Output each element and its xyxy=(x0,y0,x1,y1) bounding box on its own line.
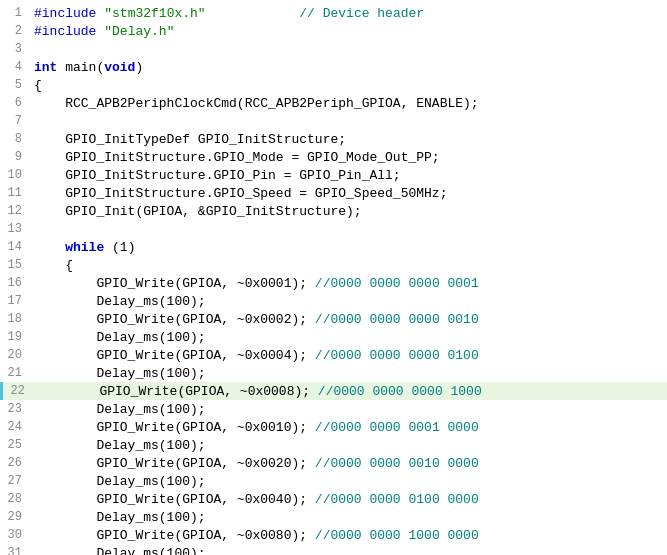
line-num-2: 2 xyxy=(0,24,30,38)
code-line-23: 23 Delay_ms(100); xyxy=(0,400,667,418)
line-num-21: 21 xyxy=(0,366,30,380)
line-content-8: GPIO_InitTypeDef GPIO_InitStructure; xyxy=(30,132,346,147)
code-line-15: 15 { xyxy=(0,256,667,274)
line-num-18: 18 xyxy=(0,312,30,326)
line-num-19: 19 xyxy=(0,330,30,344)
line-num-11: 11 xyxy=(0,186,30,200)
code-line-11: 11 GPIO_InitStructure.GPIO_Speed = GPIO_… xyxy=(0,184,667,202)
code-line-25: 25 Delay_ms(100); xyxy=(0,436,667,454)
code-line-27: 27 Delay_ms(100); xyxy=(0,472,667,490)
code-line-16: 16 GPIO_Write(GPIOA, ~0x0001); //0000 00… xyxy=(0,274,667,292)
code-line-19: 19 Delay_ms(100); xyxy=(0,328,667,346)
line-num-5: 5 xyxy=(0,78,30,92)
code-line-12: 12 GPIO_Init(GPIOA, &GPIO_InitStructure)… xyxy=(0,202,667,220)
line-content-24: GPIO_Write(GPIOA, ~0x0010); //0000 0000 … xyxy=(30,420,479,435)
line-num-23: 23 xyxy=(0,402,30,416)
line-content-27: Delay_ms(100); xyxy=(30,474,206,489)
line-num-7: 7 xyxy=(0,114,30,128)
line-content-11: GPIO_InitStructure.GPIO_Speed = GPIO_Spe… xyxy=(30,186,447,201)
line-content-26: GPIO_Write(GPIOA, ~0x0020); //0000 0000 … xyxy=(30,456,479,471)
line-num-6: 6 xyxy=(0,96,30,110)
line-num-28: 28 xyxy=(0,492,30,506)
line-num-1: 1 xyxy=(0,6,30,20)
line-num-14: 14 xyxy=(0,240,30,254)
line-num-3: 3 xyxy=(0,42,30,56)
code-line-13: 13 xyxy=(0,220,667,238)
line-num-20: 20 xyxy=(0,348,30,362)
line-num-31: 31 xyxy=(0,546,30,555)
code-line-3: 3 xyxy=(0,40,667,58)
code-editor: 1 #include "stm32f10x.h" // Device heade… xyxy=(0,0,667,555)
line-content-14: while (1) xyxy=(30,240,135,255)
line-content-1: #include "stm32f10x.h" // Device header xyxy=(30,6,424,21)
line-num-10: 10 xyxy=(0,168,30,182)
line-content-15: { xyxy=(30,258,73,273)
line-num-22: 22 xyxy=(3,384,33,398)
line-num-27: 27 xyxy=(0,474,30,488)
line-content-16: GPIO_Write(GPIOA, ~0x0001); //0000 0000 … xyxy=(30,276,479,291)
line-content-19: Delay_ms(100); xyxy=(30,330,206,345)
line-num-24: 24 xyxy=(0,420,30,434)
line-content-6: RCC_APB2PeriphClockCmd(RCC_APB2Periph_GP… xyxy=(30,96,479,111)
line-content-12: GPIO_Init(GPIOA, &GPIO_InitStructure); xyxy=(30,204,362,219)
code-line-17: 17 Delay_ms(100); xyxy=(0,292,667,310)
code-line-6: 6 RCC_APB2PeriphClockCmd(RCC_APB2Periph_… xyxy=(0,94,667,112)
code-line-29: 29 Delay_ms(100); xyxy=(0,508,667,526)
line-num-26: 26 xyxy=(0,456,30,470)
code-line-20: 20 GPIO_Write(GPIOA, ~0x0004); //0000 00… xyxy=(0,346,667,364)
line-content-5: { xyxy=(30,78,42,93)
code-line-7: 7 xyxy=(0,112,667,130)
line-content-29: Delay_ms(100); xyxy=(30,510,206,525)
code-line-21: 21 Delay_ms(100); xyxy=(0,364,667,382)
code-line-14: 14 while (1) xyxy=(0,238,667,256)
line-num-25: 25 xyxy=(0,438,30,452)
line-num-12: 12 xyxy=(0,204,30,218)
line-content-20: GPIO_Write(GPIOA, ~0x0004); //0000 0000 … xyxy=(30,348,479,363)
line-num-15: 15 xyxy=(0,258,30,272)
code-line-22: 22 GPIO_Write(GPIOA, ~0x0008); //0000 00… xyxy=(0,382,667,400)
code-line-2: 2 #include "Delay.h" xyxy=(0,22,667,40)
code-line-8: 8 GPIO_InitTypeDef GPIO_InitStructure; xyxy=(0,130,667,148)
code-line-9: 9 GPIO_InitStructure.GPIO_Mode = GPIO_Mo… xyxy=(0,148,667,166)
code-line-30: 30 GPIO_Write(GPIOA, ~0x0080); //0000 00… xyxy=(0,526,667,544)
code-line-18: 18 GPIO_Write(GPIOA, ~0x0002); //0000 00… xyxy=(0,310,667,328)
code-line-1: 1 #include "stm32f10x.h" // Device heade… xyxy=(0,4,667,22)
line-num-8: 8 xyxy=(0,132,30,146)
line-content-10: GPIO_InitStructure.GPIO_Pin = GPIO_Pin_A… xyxy=(30,168,401,183)
line-content-23: Delay_ms(100); xyxy=(30,402,206,417)
line-num-4: 4 xyxy=(0,60,30,74)
line-content-22: GPIO_Write(GPIOA, ~0x0008); //0000 0000 … xyxy=(33,384,482,399)
line-content-30: GPIO_Write(GPIOA, ~0x0080); //0000 0000 … xyxy=(30,528,479,543)
line-content-18: GPIO_Write(GPIOA, ~0x0002); //0000 0000 … xyxy=(30,312,479,327)
line-content-2: #include "Delay.h" xyxy=(30,24,174,39)
line-num-17: 17 xyxy=(0,294,30,308)
line-num-16: 16 xyxy=(0,276,30,290)
line-num-29: 29 xyxy=(0,510,30,524)
code-line-10: 10 GPIO_InitStructure.GPIO_Pin = GPIO_Pi… xyxy=(0,166,667,184)
line-num-30: 30 xyxy=(0,528,30,542)
code-line-4: 4 int main(void) xyxy=(0,58,667,76)
line-content-31: Delay_ms(100); xyxy=(30,546,206,556)
code-line-26: 26 GPIO_Write(GPIOA, ~0x0020); //0000 00… xyxy=(0,454,667,472)
code-line-31: 31 Delay_ms(100); xyxy=(0,544,667,555)
line-content-4: int main(void) xyxy=(30,60,143,75)
code-line-28: 28 GPIO_Write(GPIOA, ~0x0040); //0000 00… xyxy=(0,490,667,508)
code-line-5: 5 { xyxy=(0,76,667,94)
line-content-28: GPIO_Write(GPIOA, ~0x0040); //0000 0000 … xyxy=(30,492,479,507)
code-line-24: 24 GPIO_Write(GPIOA, ~0x0010); //0000 00… xyxy=(0,418,667,436)
line-content-9: GPIO_InitStructure.GPIO_Mode = GPIO_Mode… xyxy=(30,150,440,165)
line-num-13: 13 xyxy=(0,222,30,236)
line-content-21: Delay_ms(100); xyxy=(30,366,206,381)
line-num-9: 9 xyxy=(0,150,30,164)
line-content-17: Delay_ms(100); xyxy=(30,294,206,309)
line-content-25: Delay_ms(100); xyxy=(30,438,206,453)
